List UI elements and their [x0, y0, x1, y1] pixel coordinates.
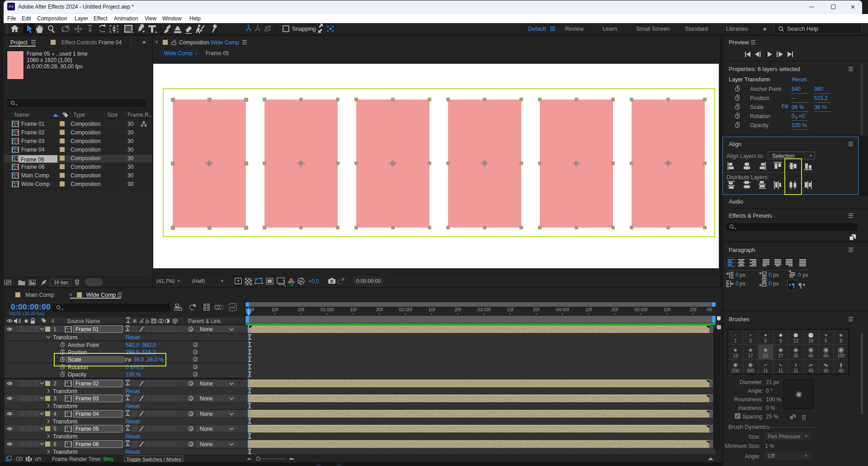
svg-text:None: None [200, 426, 213, 432]
svg-text:Reset: Reset [126, 388, 140, 395]
svg-text:Position: Position [750, 95, 769, 101]
svg-text:960: 960 [814, 86, 823, 92]
svg-text:Composition: Composition [71, 181, 101, 187]
svg-text:36 %: 36 % [792, 104, 804, 110]
svg-text:Frame 06: Frame 06 [75, 441, 99, 447]
svg-text:100: 100 [837, 353, 845, 358]
svg-text:5: 5 [825, 338, 827, 343]
svg-text:Transform: Transform [53, 433, 77, 440]
svg-text:Snapping: Snapping [292, 26, 316, 32]
svg-text:Transform: Transform [53, 403, 77, 409]
svg-text:0: 0 [798, 272, 801, 278]
svg-text:»: » [763, 25, 766, 32]
svg-text:Source Name: Source Name [67, 318, 100, 324]
svg-text:6: 6 [53, 441, 57, 447]
svg-text:Search Help: Search Help [787, 26, 818, 32]
svg-text:0: 0 [769, 281, 772, 287]
svg-text:Reset: Reset [126, 334, 140, 341]
svg-text:36 %: 36 % [814, 104, 827, 110]
svg-text:05:00f: 05:00f [634, 307, 647, 312]
svg-text:Review: Review [565, 26, 584, 32]
svg-text:20f: 20f [454, 307, 461, 312]
svg-text:Transform: Transform [53, 418, 77, 425]
svg-text:Composition: Composition [71, 138, 101, 144]
svg-text:Transform: Transform [53, 334, 77, 341]
svg-text:30: 30 [127, 147, 134, 153]
svg-text:Composition: Composition [71, 155, 101, 162]
svg-text:Composition: Composition [71, 164, 101, 170]
svg-text:None: None [200, 411, 213, 417]
svg-text:10f: 10f [350, 307, 357, 312]
svg-text:Frame 02: Frame 02 [21, 129, 45, 136]
svg-text:13: 13 [733, 353, 738, 358]
svg-text:200: 200 [731, 368, 739, 373]
svg-text:None: None [200, 380, 213, 387]
svg-text:Libraries: Libraries [726, 26, 748, 32]
svg-text:Standard: Standard [685, 26, 708, 32]
svg-text:13: 13 [793, 338, 799, 343]
svg-text:9: 9 [779, 338, 782, 343]
svg-text:10f: 10f [585, 307, 592, 312]
svg-text:Learn: Learn [603, 26, 617, 32]
svg-text:Reset: Reset [126, 418, 140, 425]
svg-text:45: 45 [839, 368, 844, 373]
svg-text:–: – [792, 95, 795, 101]
svg-text:20f: 20f [611, 307, 618, 312]
svg-text:Frame 03: Frame 03 [21, 138, 45, 144]
svg-text:11: 11 [793, 368, 798, 373]
svg-text:Reset: Reset [126, 433, 140, 440]
svg-text:Scale: Scale [750, 104, 764, 110]
svg-text:+0: +0 [798, 113, 805, 119]
svg-text:27: 27 [778, 353, 783, 358]
svg-text:45: 45 [808, 353, 814, 358]
svg-text:11: 11 [778, 368, 783, 373]
svg-text:3: 3 [53, 395, 57, 402]
svg-text:30: 30 [127, 129, 134, 136]
svg-text:Frame 02: Frame 02 [75, 380, 99, 387]
svg-text:Frame 05: Frame 05 [21, 157, 44, 163]
svg-text:9: 9 [840, 338, 843, 343]
svg-text:35: 35 [793, 353, 799, 358]
svg-text:20f: 20f [297, 307, 304, 312]
svg-text:Transform: Transform [53, 388, 77, 395]
svg-text:Rotation: Rotation [750, 113, 770, 119]
svg-text:1: 1 [53, 326, 57, 333]
svg-text:30: 30 [127, 172, 134, 179]
svg-text:02:00f: 02:00f [399, 307, 412, 312]
svg-text:17: 17 [748, 353, 754, 358]
svg-text:Parent & Link: Parent & Link [188, 318, 221, 324]
svg-text:Default: Default [528, 26, 546, 32]
svg-text:¶: ¶ [798, 282, 802, 289]
svg-text:10f: 10f [428, 307, 435, 312]
svg-text:100 %: 100 % [126, 371, 141, 378]
svg-text:04:00f: 04:00f [556, 307, 569, 312]
svg-text:30: 30 [127, 138, 134, 144]
svg-text:Small Screen: Small Screen [636, 26, 670, 32]
svg-text:30: 30 [127, 181, 134, 187]
svg-text:Frame 01: Frame 01 [75, 326, 99, 333]
svg-text:2: 2 [53, 380, 57, 387]
svg-text:Frame 03: Frame 03 [75, 395, 99, 402]
svg-text:3: 3 [749, 338, 752, 343]
svg-text:20f: 20f [376, 307, 383, 312]
svg-text:10f: 10f [271, 307, 278, 312]
svg-text:540,0 ,960,0: 540,0 ,960,0 [126, 342, 156, 348]
svg-text:Composition: Composition [71, 147, 101, 153]
svg-text:Composition: Composition [71, 172, 101, 179]
svg-text:45: 45 [823, 368, 829, 373]
svg-text:¶: ¶ [792, 282, 795, 289]
svg-text:0: 0 [769, 272, 772, 278]
svg-text:30: 30 [127, 164, 134, 170]
svg-text:Wide Comp: Wide Comp [21, 181, 50, 187]
svg-text:Opacity: Opacity [68, 371, 86, 378]
svg-text:Frame 06: Frame 06 [21, 164, 45, 170]
svg-text:65: 65 [823, 353, 829, 358]
svg-text:100 %: 100 % [792, 122, 807, 128]
svg-text:30: 30 [127, 155, 134, 162]
svg-text:19: 19 [808, 338, 814, 343]
svg-text:None: None [200, 395, 213, 402]
svg-text:px: px [773, 272, 779, 278]
svg-text:Reset: Reset [126, 403, 140, 409]
svg-text:px: px [740, 281, 745, 287]
svg-text:Frame 01: Frame 01 [21, 121, 45, 127]
